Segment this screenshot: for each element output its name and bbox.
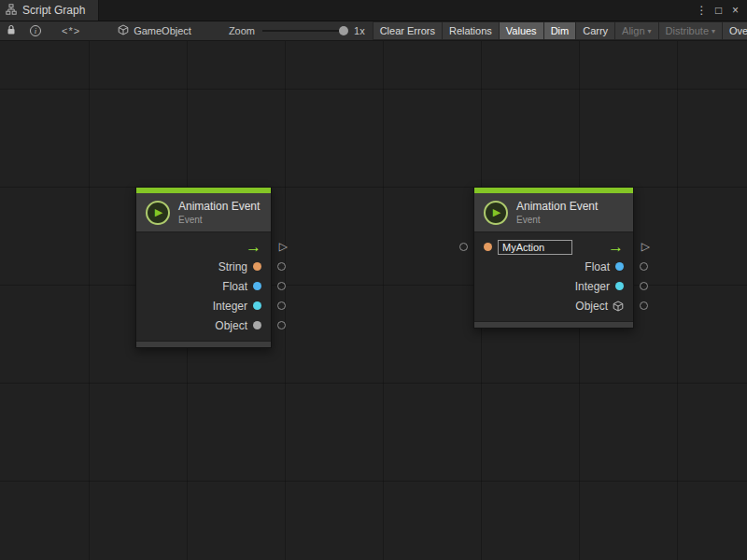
play-icon: ▶ bbox=[493, 207, 500, 217]
zoom-slider[interactable] bbox=[262, 24, 348, 37]
integer-type-dot bbox=[615, 282, 624, 290]
maximize-icon[interactable]: □ bbox=[712, 1, 726, 20]
flow-arrow-icon: → bbox=[246, 239, 261, 255]
gameobject-reference[interactable]: GameObject bbox=[118, 24, 191, 37]
value-output-port[interactable] bbox=[277, 262, 286, 271]
object-cube-icon bbox=[613, 301, 624, 312]
value-output-port[interactable] bbox=[277, 301, 286, 310]
zoom-slider-track bbox=[262, 30, 348, 32]
node-subtitle: Event bbox=[178, 215, 260, 225]
node-footer bbox=[136, 341, 271, 347]
event-play-icon: ▶ bbox=[146, 201, 170, 225]
cube-icon bbox=[118, 24, 129, 37]
zoom-value: 1x bbox=[354, 25, 365, 36]
node-animation-event-2[interactable]: ▶ Animation Event Event → ▷ Float bbox=[473, 187, 634, 329]
tab-title: Script Graph bbox=[22, 4, 85, 17]
flow-arrow-icon: → bbox=[608, 239, 624, 255]
float-type-dot bbox=[615, 262, 624, 271]
align-label: Align bbox=[622, 25, 644, 36]
window-controls: ⋮ □ × bbox=[695, 0, 747, 21]
node-header[interactable]: ▶ Animation Event Event bbox=[474, 193, 633, 232]
zoom-label: Zoom bbox=[229, 25, 255, 36]
gameobject-label: GameObject bbox=[134, 25, 191, 36]
chevron-down-icon: ▾ bbox=[712, 27, 715, 35]
zoom-slider-knob[interactable] bbox=[339, 26, 348, 35]
values-button[interactable]: Values bbox=[499, 21, 544, 40]
object-type-dot bbox=[253, 321, 261, 329]
clear-errors-button[interactable]: Clear Errors bbox=[373, 21, 443, 40]
float-type-dot bbox=[253, 282, 261, 290]
port-label: Float bbox=[222, 280, 247, 293]
graph-canvas[interactable]: ▶ Animation Event Event → ▷ String bbox=[0, 41, 747, 560]
event-play-icon: ▶ bbox=[484, 201, 508, 225]
value-output-port[interactable] bbox=[277, 282, 286, 290]
port-label: Float bbox=[585, 260, 610, 273]
flow-output-port[interactable]: ▷ bbox=[279, 240, 288, 253]
script-graph-window: Script Graph ⋮ □ × i <*> bbox=[0, 0, 747, 560]
value-input-port[interactable] bbox=[459, 243, 468, 251]
align-button[interactable]: Align ▾ bbox=[614, 21, 658, 40]
port-row: Integer bbox=[474, 276, 633, 296]
lock-button[interactable] bbox=[4, 22, 19, 39]
action-input-row: → ▷ bbox=[474, 237, 633, 257]
menu-icon[interactable]: ⋮ bbox=[695, 1, 709, 20]
port-row: String bbox=[136, 257, 271, 276]
node-body: → ▷ String Float Integer bbox=[136, 232, 271, 341]
node-title: Animation Event bbox=[178, 200, 260, 213]
value-output-port[interactable] bbox=[640, 301, 648, 310]
port-row: Float bbox=[136, 276, 271, 296]
port-label: Object bbox=[215, 319, 247, 332]
port-row: Float bbox=[474, 257, 633, 276]
port-label: Integer bbox=[213, 300, 247, 313]
titlebar: Script Graph ⋮ □ × bbox=[0, 0, 747, 21]
value-output-port[interactable] bbox=[640, 282, 648, 290]
dim-button[interactable]: Dim bbox=[543, 21, 577, 40]
node-body: → ▷ Float Integer Object bbox=[474, 232, 633, 321]
carry-button[interactable]: Carry bbox=[575, 21, 615, 40]
string-type-dot bbox=[253, 262, 261, 271]
port-row: Integer bbox=[136, 296, 271, 315]
string-type-dot bbox=[484, 243, 492, 251]
distribute-button[interactable]: Distribute ▾ bbox=[658, 21, 723, 40]
relations-button[interactable]: Relations bbox=[442, 21, 500, 40]
play-icon: ▶ bbox=[155, 207, 162, 217]
node-titles: Animation Event Event bbox=[178, 200, 260, 225]
tab-script-graph[interactable]: Script Graph bbox=[0, 0, 99, 21]
node-titles: Animation Event Event bbox=[516, 200, 598, 225]
flow-output-row: → ▷ bbox=[136, 237, 271, 257]
port-label: Integer bbox=[575, 280, 610, 293]
port-label: String bbox=[218, 260, 247, 273]
close-icon[interactable]: × bbox=[728, 1, 742, 20]
graph-icon bbox=[6, 4, 17, 18]
value-output-port[interactable] bbox=[277, 321, 286, 329]
lock-icon bbox=[7, 24, 16, 38]
action-name-input[interactable] bbox=[498, 240, 572, 255]
port-row: Object bbox=[136, 315, 271, 335]
flow-output-port[interactable]: ▷ bbox=[641, 240, 650, 253]
distribute-label: Distribute bbox=[666, 25, 709, 36]
overview-button[interactable]: Overview bbox=[722, 21, 747, 40]
port-label: Object bbox=[575, 300, 608, 313]
node-subtitle: Event bbox=[516, 215, 598, 225]
node-footer bbox=[474, 321, 633, 328]
info-icon: i bbox=[30, 25, 41, 36]
node-header[interactable]: ▶ Animation Event Event bbox=[136, 193, 271, 232]
code-view-icon[interactable]: <*> bbox=[62, 25, 80, 36]
port-row: Object bbox=[474, 296, 633, 315]
node-animation-event-1[interactable]: ▶ Animation Event Event → ▷ String bbox=[135, 187, 272, 348]
toolbar: i <*> GameObject Zoom 1x Clear Errors Re… bbox=[0, 21, 747, 41]
node-title: Animation Event bbox=[516, 200, 598, 213]
chevron-down-icon: ▾ bbox=[648, 27, 652, 35]
value-output-port[interactable] bbox=[640, 262, 648, 271]
integer-type-dot bbox=[253, 301, 261, 310]
info-button[interactable]: i bbox=[28, 22, 43, 39]
